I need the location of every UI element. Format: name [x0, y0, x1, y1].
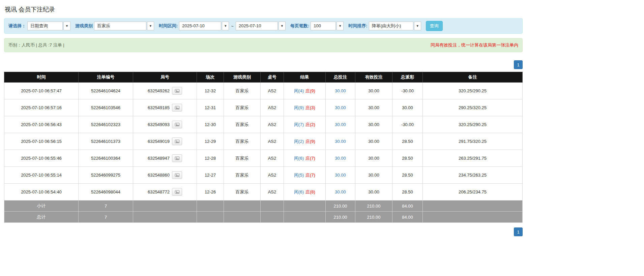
cell-round-id: 632549262 [133, 83, 197, 99]
subtotal-row: 小计 7 210.00 210.00 84.00 [4, 201, 523, 212]
round-id-text: 632549019 [148, 139, 170, 144]
page-size-dropdown[interactable]: 100 ▼ [311, 22, 344, 30]
chevron-down-icon[interactable]: ▼ [336, 22, 344, 30]
game-type-dropdown[interactable]: 百家乐 ▼ [94, 22, 154, 30]
cell-valid-bet: 30.00 [355, 83, 392, 99]
page-title: 视讯 会员下注纪录 [5, 5, 523, 13]
cell-valid-bet: 30.00 [355, 167, 392, 184]
date-range-label: 时间区间: [159, 23, 178, 29]
cell-total-bet: 30.00 [326, 116, 355, 133]
cell-table-no: AS2 [261, 116, 284, 133]
cell-total-bet: 30.00 [326, 167, 355, 184]
view-cards-button[interactable] [172, 188, 182, 196]
cards-image-icon [175, 190, 180, 194]
column-header: 备注 [423, 72, 523, 83]
select-type-label: 请选择： [8, 23, 26, 29]
pagination-bottom: 1 [4, 227, 523, 236]
sort-order-dropdown[interactable]: 降幂(由大到小) ▼ [369, 22, 421, 30]
date-from-dropdown[interactable]: 2025-07-10 ▼ [179, 22, 229, 30]
search-button[interactable]: 查询 [426, 21, 443, 31]
filter-bar: 请选择： 日期查询 ▼ 游戏类别 百家乐 ▼ 时间区间: 2025-07-10 … [4, 18, 523, 34]
cell-time: 2025-07-10 06:55:46 [4, 150, 79, 167]
page-1-button[interactable]: 1 [514, 60, 523, 69]
cell-note: 234.75/263.25 [423, 167, 523, 184]
cards-image-icon [175, 173, 180, 177]
date-from-value: 2025-07-10 [179, 22, 221, 30]
empty-cell [133, 212, 197, 223]
cell-time: 2025-07-10 06:55:14 [4, 167, 79, 184]
cell-bet-id: 522646099275 [79, 167, 133, 184]
result-player: 闲(9) [294, 105, 304, 110]
cell-payout: 28.50 [392, 167, 423, 184]
cell-note: 290.25/320.25 [423, 99, 523, 116]
result-player: 闲(2) [294, 139, 304, 144]
chevron-down-icon[interactable]: ▼ [147, 22, 154, 30]
cell-valid-bet: 30.00 [355, 150, 392, 167]
total-bet-link[interactable]: 30.00 [335, 156, 346, 161]
column-header: 桌号 [261, 72, 284, 83]
cell-result: 闲(7)庄(2) [284, 116, 326, 133]
view-cards-button[interactable] [172, 154, 182, 162]
sort-order-value: 降幂(由大到小) [369, 22, 413, 30]
cards-image-icon [175, 156, 180, 160]
cell-game-type: 百家乐 [224, 133, 261, 150]
table-header-row: 时间注单编号局号场次游戏类别桌号结果总投注有效投注总派彩备注 [4, 72, 523, 83]
cards-image-icon [175, 122, 180, 127]
total-bet-link[interactable]: 30.00 [335, 105, 346, 110]
column-header: 有效投注 [355, 72, 392, 83]
column-header: 总投注 [326, 72, 355, 83]
result-banker: 庄(9) [305, 139, 315, 144]
view-cards-button[interactable] [172, 104, 182, 112]
cell-result: 闲(6)庄(8) [284, 184, 326, 201]
select-type-dropdown[interactable]: 日期查询 ▼ [27, 22, 70, 30]
cell-payout: -30.00 [392, 83, 423, 99]
total-bet-link[interactable]: 30.00 [335, 139, 346, 144]
cell-total-bet: 30.00 [326, 99, 355, 116]
view-cards-button[interactable] [172, 87, 182, 95]
cell-note: 320.25/290.25 [423, 83, 523, 99]
chevron-down-icon[interactable]: ▼ [63, 22, 70, 30]
cell-session: 12-32 [197, 83, 224, 99]
cell-valid-bet: 30.00 [355, 133, 392, 150]
cell-game-type: 百家乐 [224, 150, 261, 167]
view-cards-button[interactable] [172, 171, 182, 179]
cell-table-no: AS2 [261, 184, 284, 201]
cell-payout: 28.50 [392, 184, 423, 201]
result-player: 闲(6) [294, 156, 304, 161]
chevron-down-icon[interactable]: ▼ [222, 22, 229, 30]
cell-time: 2025-07-10 06:54:40 [4, 184, 79, 201]
table-row: 2025-07-10 06:55:46 522646100364 6325489… [4, 150, 523, 167]
cell-valid-bet: 30.00 [355, 116, 392, 133]
cell-result: 闲(5)庄(7) [284, 167, 326, 184]
page-1-button[interactable]: 1 [514, 227, 523, 236]
table-row: 2025-07-10 06:56:15 522646101373 6325490… [4, 133, 523, 150]
subtotal-total-bet: 210.00 [326, 201, 355, 212]
total-bet-link[interactable]: 30.00 [335, 173, 346, 178]
cell-session: 12-30 [197, 116, 224, 133]
page-size-value: 100 [311, 22, 336, 30]
total-bet-link[interactable]: 30.00 [335, 122, 346, 127]
empty-cell [423, 201, 523, 212]
empty-cell [284, 212, 326, 223]
cell-session: 12-26 [197, 184, 224, 201]
chevron-down-icon[interactable]: ▼ [279, 22, 286, 30]
cell-total-bet: 30.00 [326, 133, 355, 150]
cell-total-bet: 30.00 [326, 150, 355, 167]
date-to-dropdown[interactable]: 2025-07-10 ▼ [236, 22, 286, 30]
round-id-text: 632548860 [148, 173, 170, 178]
cell-valid-bet: 30.00 [355, 99, 392, 116]
cell-result: 闲(9)庄(3) [284, 99, 326, 116]
view-cards-button[interactable] [172, 137, 182, 145]
total-label: 总计 [4, 212, 79, 223]
cell-session: 12-27 [197, 167, 224, 184]
total-valid-bet: 210.00 [355, 212, 392, 223]
empty-cell [197, 212, 224, 223]
result-player: 闲(5) [294, 173, 304, 178]
total-bet-link[interactable]: 30.00 [335, 88, 346, 93]
table-row: 2025-07-10 06:56:43 522646102323 6325490… [4, 116, 523, 133]
chevron-down-icon[interactable]: ▼ [414, 22, 421, 30]
cell-payout: 28.50 [392, 133, 423, 150]
result-player: 闲(6) [294, 189, 304, 194]
total-bet-link[interactable]: 30.00 [335, 189, 346, 194]
view-cards-button[interactable] [172, 121, 182, 128]
